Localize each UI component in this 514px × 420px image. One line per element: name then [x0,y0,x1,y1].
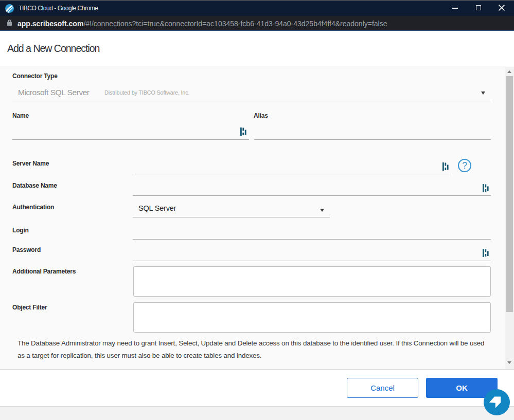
svg-text:?: ? [462,160,467,171]
